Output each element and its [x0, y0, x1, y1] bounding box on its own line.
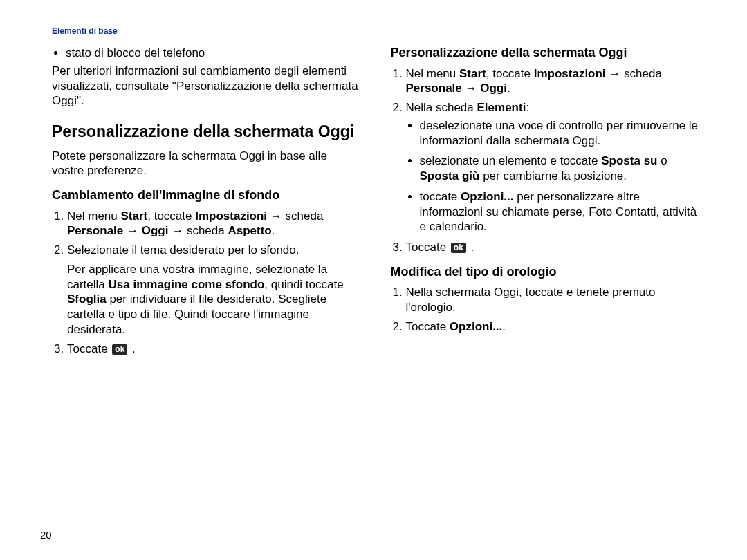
arrow-icon: →: [270, 209, 282, 223]
bold: Opzioni...: [450, 320, 503, 333]
step: Nel menu Start, toccate Impostazioni → s…: [406, 66, 699, 97]
heading-change-background: Cambiamento dell'immagine di sfondo: [52, 188, 360, 203]
text: Nel menu: [67, 209, 120, 223]
text: , toccate: [147, 209, 195, 223]
bold: Oggi: [480, 82, 507, 95]
text: per cambiarne la posizione.: [479, 169, 627, 183]
text: Nel menu: [406, 67, 459, 80]
bullet-item: deselezionate una voce di controllo per …: [420, 118, 699, 149]
text: scheda: [183, 224, 228, 237]
text: Toccate: [67, 342, 111, 355]
text: , quindi toccate: [264, 278, 343, 291]
two-column-layout: stato di blocco del telefono Per ulterio…: [52, 46, 699, 360]
text: :: [526, 101, 529, 114]
text: scheda: [620, 67, 662, 80]
heading-clock-type: Modifica del tipo di orologio: [391, 265, 699, 280]
paragraph: Per ulteriori informazioni sul cambiamen…: [52, 64, 360, 109]
page-number: 20: [40, 529, 52, 541]
text: Toccate: [406, 320, 450, 333]
bold: Impostazioni: [534, 67, 606, 80]
text: .: [468, 241, 474, 254]
text: o: [657, 154, 667, 167]
bold: Personale: [67, 224, 123, 237]
bold: Sposta su: [601, 154, 657, 167]
step: Toccate ok .: [406, 240, 699, 255]
text: .: [272, 224, 275, 237]
text: Nella scheda: [406, 101, 477, 114]
text: toccate: [420, 190, 461, 203]
text: Toccate: [406, 241, 450, 254]
bold: Opzioni...: [461, 190, 514, 203]
bold: Oggi: [142, 224, 169, 237]
bullet-item: selezionate un elemento e toccate Sposta…: [420, 153, 699, 184]
manual-page: Elementi di base stato di blocco del tel…: [0, 0, 747, 560]
step: Nella scheda Elementi: deselezionate una…: [406, 100, 699, 234]
step: Nella schermata Oggi, toccate e tenete p…: [406, 285, 699, 315]
ok-icon: ok: [112, 344, 127, 355]
text: per individuare il file desiderato. Sceg…: [67, 292, 326, 336]
bullet-list: stato di blocco del telefono: [52, 46, 360, 61]
bold: Start: [120, 209, 147, 223]
arrow-icon: →: [609, 67, 620, 80]
bold: Elementi: [477, 101, 526, 114]
bold: Impostazioni: [195, 209, 267, 223]
step: Toccate Opzioni....: [406, 319, 699, 335]
text: , toccate: [486, 67, 534, 80]
bold: Start: [459, 67, 486, 80]
text: .: [129, 342, 135, 355]
ordered-list: Nel menu Start, toccate Impostazioni → s…: [391, 66, 699, 255]
arrow-icon: →: [127, 224, 138, 237]
bold: Sposta giù: [420, 169, 480, 183]
bold: Sfoglia: [67, 292, 107, 306]
bold: Personale: [406, 82, 462, 95]
text: .: [502, 320, 506, 333]
text: Selezionate il tema desiderato per lo sf…: [67, 243, 299, 256]
step: Toccate ok .: [67, 342, 360, 357]
ok-icon: ok: [451, 243, 466, 253]
heading-personalize-today-screen: Personalizzazione della schermata Oggi: [391, 46, 699, 61]
text: scheda: [282, 209, 324, 223]
text: .: [507, 82, 510, 95]
bold: Aspetto: [228, 224, 271, 237]
paragraph: Per applicare una vostra immagine, selez…: [67, 262, 360, 337]
arrow-icon: →: [465, 82, 477, 95]
arrow-icon: →: [172, 224, 183, 237]
heading-personalize-today: Personalizzazione della schermata Oggi: [52, 122, 360, 142]
sub-bullet-list: deselezionate una voce di controllo per …: [406, 118, 699, 234]
bullet-item: toccate Opzioni... per personalizzare al…: [420, 189, 699, 234]
section-header: Elementi di base: [52, 26, 699, 36]
ordered-list: Nella schermata Oggi, toccate e tenete p…: [391, 285, 699, 334]
left-column: stato di blocco del telefono Per ulterio…: [52, 46, 360, 360]
step: Nel menu Start, toccate Impostazioni → s…: [67, 209, 360, 239]
bullet-item: stato di blocco del telefono: [66, 46, 360, 61]
paragraph: Potete personalizzare la schermata Oggi …: [52, 149, 360, 179]
step: Selezionate il tema desiderato per lo sf…: [67, 243, 360, 337]
ordered-list: Nel menu Start, toccate Impostazioni → s…: [52, 209, 360, 357]
bold: Usa immagine come sfondo: [109, 278, 265, 291]
text: selezionate un elemento e toccate: [420, 154, 602, 167]
right-column: Personalizzazione della schermata Oggi N…: [391, 46, 699, 360]
